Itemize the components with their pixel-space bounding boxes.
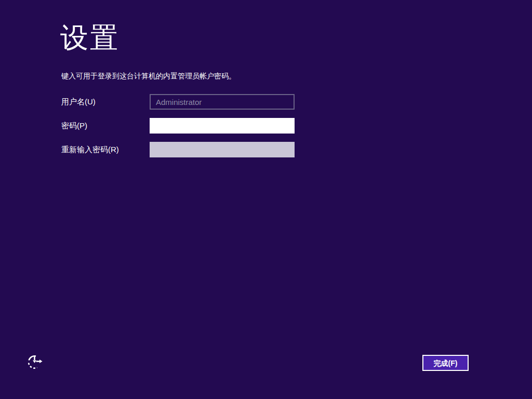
ease-of-access-icon (26, 364, 43, 371)
page-subtitle: 键入可用于登录到这台计算机的内置管理员帐户密码。 (61, 71, 236, 81)
admin-password-form: 用户名(U) 密码(P) 重新输入密码(R) (61, 94, 295, 166)
username-row: 用户名(U) (61, 94, 295, 110)
password-field[interactable] (150, 118, 295, 134)
username-label: 用户名(U) (61, 94, 150, 110)
password-label: 密码(P) (61, 118, 150, 134)
ease-of-access-button[interactable] (26, 354, 44, 371)
username-field (150, 94, 295, 110)
oobe-settings-screen: 设置 键入可用于登录到这台计算机的内置管理员帐户密码。 用户名(U) 密码(P)… (0, 0, 532, 399)
confirm-password-field[interactable] (150, 142, 295, 157)
password-row: 密码(P) (61, 118, 295, 134)
page-title: 设置 (60, 21, 119, 55)
finish-button[interactable]: 完成(F) (422, 355, 469, 371)
confirm-password-row: 重新输入密码(R) (61, 142, 295, 157)
confirm-password-label: 重新输入密码(R) (61, 142, 150, 157)
